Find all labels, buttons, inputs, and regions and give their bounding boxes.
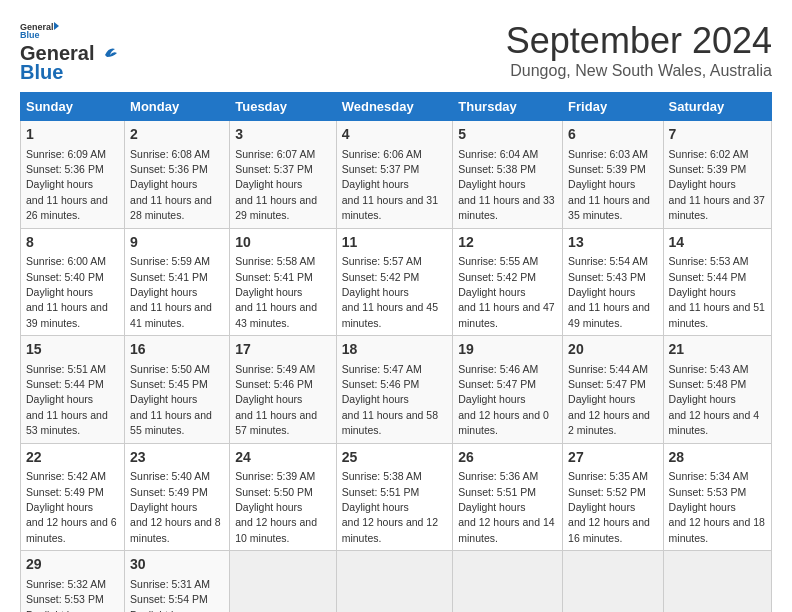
title-block: September 2024 Dungog, New South Wales, …	[506, 20, 772, 80]
day-number: 26	[458, 448, 557, 468]
day-info: Sunrise: 5:49 AMSunset: 5:46 PMDaylight …	[235, 363, 317, 437]
calendar-cell: 15Sunrise: 5:51 AMSunset: 5:44 PMDayligh…	[21, 336, 125, 444]
day-number: 20	[568, 340, 657, 360]
calendar-cell: 19Sunrise: 5:46 AMSunset: 5:47 PMDayligh…	[453, 336, 563, 444]
calendar-week-row: 15Sunrise: 5:51 AMSunset: 5:44 PMDayligh…	[21, 336, 772, 444]
day-info: Sunrise: 6:04 AMSunset: 5:38 PMDaylight …	[458, 148, 554, 222]
calendar-cell	[663, 551, 771, 612]
day-info: Sunrise: 5:47 AMSunset: 5:46 PMDaylight …	[342, 363, 438, 437]
calendar-cell: 17Sunrise: 5:49 AMSunset: 5:46 PMDayligh…	[230, 336, 336, 444]
day-info: Sunrise: 5:50 AMSunset: 5:45 PMDaylight …	[130, 363, 212, 437]
day-info: Sunrise: 6:09 AMSunset: 5:36 PMDaylight …	[26, 148, 108, 222]
day-number: 5	[458, 125, 557, 145]
calendar-cell: 27Sunrise: 5:35 AMSunset: 5:52 PMDayligh…	[563, 443, 663, 551]
column-header-sunday: Sunday	[21, 93, 125, 121]
column-header-friday: Friday	[563, 93, 663, 121]
day-info: Sunrise: 5:54 AMSunset: 5:43 PMDaylight …	[568, 255, 650, 329]
column-header-monday: Monday	[125, 93, 230, 121]
day-info: Sunrise: 6:03 AMSunset: 5:39 PMDaylight …	[568, 148, 650, 222]
calendar-cell: 24Sunrise: 5:39 AMSunset: 5:50 PMDayligh…	[230, 443, 336, 551]
day-info: Sunrise: 5:36 AMSunset: 5:51 PMDaylight …	[458, 470, 554, 544]
day-number: 14	[669, 233, 766, 253]
day-number: 7	[669, 125, 766, 145]
calendar-title: September 2024	[506, 20, 772, 62]
svg-text:Blue: Blue	[20, 30, 40, 40]
calendar-cell: 20Sunrise: 5:44 AMSunset: 5:47 PMDayligh…	[563, 336, 663, 444]
day-info: Sunrise: 5:40 AMSunset: 5:49 PMDaylight …	[130, 470, 221, 544]
day-number: 29	[26, 555, 119, 575]
day-number: 27	[568, 448, 657, 468]
calendar-cell: 16Sunrise: 5:50 AMSunset: 5:45 PMDayligh…	[125, 336, 230, 444]
logo: General Blue General Blue	[20, 20, 118, 84]
calendar-week-row: 8Sunrise: 6:00 AMSunset: 5:40 PMDaylight…	[21, 228, 772, 336]
calendar-cell: 22Sunrise: 5:42 AMSunset: 5:49 PMDayligh…	[21, 443, 125, 551]
calendar-cell: 1Sunrise: 6:09 AMSunset: 5:36 PMDaylight…	[21, 121, 125, 229]
calendar-cell: 12Sunrise: 5:55 AMSunset: 5:42 PMDayligh…	[453, 228, 563, 336]
day-info: Sunrise: 5:35 AMSunset: 5:52 PMDaylight …	[568, 470, 650, 544]
day-number: 17	[235, 340, 330, 360]
calendar-cell: 29Sunrise: 5:32 AMSunset: 5:53 PMDayligh…	[21, 551, 125, 612]
calendar-cell: 9Sunrise: 5:59 AMSunset: 5:41 PMDaylight…	[125, 228, 230, 336]
calendar-cell: 13Sunrise: 5:54 AMSunset: 5:43 PMDayligh…	[563, 228, 663, 336]
day-number: 8	[26, 233, 119, 253]
calendar-week-row: 1Sunrise: 6:09 AMSunset: 5:36 PMDaylight…	[21, 121, 772, 229]
day-number: 25	[342, 448, 448, 468]
calendar-cell: 4Sunrise: 6:06 AMSunset: 5:37 PMDaylight…	[336, 121, 453, 229]
svg-marker-2	[54, 22, 59, 30]
day-number: 18	[342, 340, 448, 360]
calendar-cell: 5Sunrise: 6:04 AMSunset: 5:38 PMDaylight…	[453, 121, 563, 229]
header-row: SundayMondayTuesdayWednesdayThursdayFrid…	[21, 93, 772, 121]
column-header-saturday: Saturday	[663, 93, 771, 121]
day-info: Sunrise: 5:57 AMSunset: 5:42 PMDaylight …	[342, 255, 438, 329]
calendar-cell: 25Sunrise: 5:38 AMSunset: 5:51 PMDayligh…	[336, 443, 453, 551]
day-info: Sunrise: 6:06 AMSunset: 5:37 PMDaylight …	[342, 148, 438, 222]
day-info: Sunrise: 5:55 AMSunset: 5:42 PMDaylight …	[458, 255, 554, 329]
calendar-table: SundayMondayTuesdayWednesdayThursdayFrid…	[20, 92, 772, 612]
logo-bird-icon	[95, 43, 117, 65]
day-number: 10	[235, 233, 330, 253]
day-number: 12	[458, 233, 557, 253]
day-number: 22	[26, 448, 119, 468]
calendar-cell: 28Sunrise: 5:34 AMSunset: 5:53 PMDayligh…	[663, 443, 771, 551]
day-info: Sunrise: 6:02 AMSunset: 5:39 PMDaylight …	[669, 148, 765, 222]
calendar-cell	[336, 551, 453, 612]
calendar-cell	[453, 551, 563, 612]
day-info: Sunrise: 5:32 AMSunset: 5:53 PMDaylight …	[26, 578, 108, 612]
day-number: 4	[342, 125, 448, 145]
day-number: 15	[26, 340, 119, 360]
day-info: Sunrise: 5:46 AMSunset: 5:47 PMDaylight …	[458, 363, 549, 437]
day-number: 21	[669, 340, 766, 360]
day-number: 2	[130, 125, 224, 145]
calendar-cell: 14Sunrise: 5:53 AMSunset: 5:44 PMDayligh…	[663, 228, 771, 336]
day-number: 23	[130, 448, 224, 468]
day-info: Sunrise: 5:44 AMSunset: 5:47 PMDaylight …	[568, 363, 650, 437]
day-number: 11	[342, 233, 448, 253]
page-header: General Blue General Blue September 2024…	[20, 20, 772, 84]
calendar-cell: 26Sunrise: 5:36 AMSunset: 5:51 PMDayligh…	[453, 443, 563, 551]
calendar-week-row: 22Sunrise: 5:42 AMSunset: 5:49 PMDayligh…	[21, 443, 772, 551]
day-number: 13	[568, 233, 657, 253]
day-info: Sunrise: 5:39 AMSunset: 5:50 PMDaylight …	[235, 470, 317, 544]
calendar-cell: 10Sunrise: 5:58 AMSunset: 5:41 PMDayligh…	[230, 228, 336, 336]
day-number: 30	[130, 555, 224, 575]
column-header-tuesday: Tuesday	[230, 93, 336, 121]
logo-icon: General Blue	[20, 20, 60, 40]
day-info: Sunrise: 5:58 AMSunset: 5:41 PMDaylight …	[235, 255, 317, 329]
calendar-cell: 7Sunrise: 6:02 AMSunset: 5:39 PMDaylight…	[663, 121, 771, 229]
calendar-cell: 11Sunrise: 5:57 AMSunset: 5:42 PMDayligh…	[336, 228, 453, 336]
day-info: Sunrise: 6:07 AMSunset: 5:37 PMDaylight …	[235, 148, 317, 222]
calendar-cell	[230, 551, 336, 612]
day-number: 19	[458, 340, 557, 360]
day-number: 6	[568, 125, 657, 145]
day-number: 1	[26, 125, 119, 145]
calendar-cell: 8Sunrise: 6:00 AMSunset: 5:40 PMDaylight…	[21, 228, 125, 336]
calendar-subtitle: Dungog, New South Wales, Australia	[506, 62, 772, 80]
calendar-cell: 2Sunrise: 6:08 AMSunset: 5:36 PMDaylight…	[125, 121, 230, 229]
column-header-thursday: Thursday	[453, 93, 563, 121]
day-number: 16	[130, 340, 224, 360]
day-number: 28	[669, 448, 766, 468]
day-info: Sunrise: 5:38 AMSunset: 5:51 PMDaylight …	[342, 470, 438, 544]
day-info: Sunrise: 5:42 AMSunset: 5:49 PMDaylight …	[26, 470, 117, 544]
calendar-cell: 18Sunrise: 5:47 AMSunset: 5:46 PMDayligh…	[336, 336, 453, 444]
calendar-cell	[563, 551, 663, 612]
